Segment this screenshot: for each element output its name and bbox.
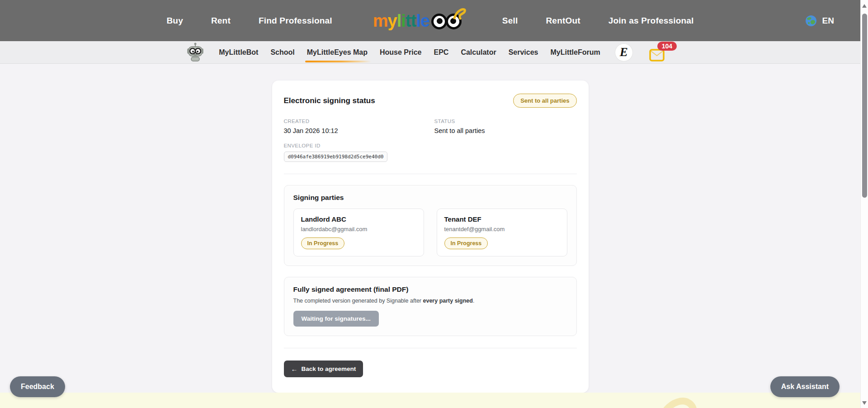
status-badge: Sent to all parties bbox=[513, 94, 576, 108]
logo-letter: t bbox=[410, 12, 416, 29]
envelope-id-label: ENVELOPE ID bbox=[284, 143, 577, 148]
signing-status-card: Electronic signing status Sent to all pa… bbox=[272, 81, 589, 393]
language-switcher[interactable]: EN bbox=[805, 15, 834, 27]
nav-link-find-professional[interactable]: Find Professional bbox=[259, 16, 332, 26]
signing-parties-section: Signing parties Landlord ABC landlordabc… bbox=[284, 185, 577, 266]
top-nav: Buy Rent Find Professional m y l i t t l… bbox=[166, 12, 693, 29]
watermark-swirl-icon bbox=[652, 396, 702, 408]
envelope-id-field: ENVELOPE ID d0946afe386919eb9198d2d5ce9e… bbox=[284, 143, 577, 162]
tab-house-price[interactable]: House Price bbox=[380, 42, 421, 63]
main-content: Electronic signing status Sent to all pa… bbox=[0, 64, 860, 393]
party-card-tenant: Tenant DEF tenantdef@ggmail.com In Progr… bbox=[437, 209, 567, 256]
divider bbox=[284, 348, 577, 348]
logo-letter: i bbox=[401, 12, 406, 29]
divider bbox=[284, 174, 577, 174]
envelope-id-value[interactable]: d0946afe386919eb9198d2d5ce9e40d0 bbox=[284, 152, 388, 162]
tab-mylittleeyes-map[interactable]: MyLittleEyes Map bbox=[307, 42, 368, 63]
party-name: Tenant DEF bbox=[444, 215, 560, 223]
monogram-avatar[interactable]: E bbox=[615, 44, 632, 61]
sub-nav: MyLittleBot School MyLittleEyes Map Hous… bbox=[0, 41, 860, 64]
mylittle-logo[interactable]: m y l i t t l e bbox=[373, 12, 462, 29]
created-label: CREATED bbox=[284, 119, 434, 124]
nav-link-rent[interactable]: Rent bbox=[211, 16, 231, 26]
party-email: tenantdef@ggmail.com bbox=[444, 226, 560, 232]
status-field: STATUS Sent to all parties bbox=[434, 119, 577, 134]
party-email: landlordabc@ggmail.com bbox=[301, 226, 416, 232]
final-pdf-description: The completed version generated by Signa… bbox=[293, 298, 567, 304]
messages-button[interactable]: 104 bbox=[649, 43, 675, 62]
page: Buy Rent Find Professional m y l i t t l… bbox=[0, 0, 868, 408]
status-value: Sent to all parties bbox=[434, 127, 577, 134]
page-title: Electronic signing status bbox=[284, 96, 375, 105]
tab-calculator[interactable]: Calculator bbox=[461, 42, 496, 63]
description-period: . bbox=[473, 298, 474, 304]
googly-eyes-icon bbox=[431, 14, 462, 29]
back-button-label: Back to agreement bbox=[302, 365, 356, 372]
nav-link-join-as-professional[interactable]: Join as Professional bbox=[609, 16, 694, 26]
description-bold: every party signed bbox=[423, 298, 472, 304]
top-header: Buy Rent Find Professional m y l i t t l… bbox=[0, 0, 860, 41]
logo-letter: e bbox=[420, 12, 429, 29]
logo-letter: m bbox=[373, 12, 388, 29]
logo-letter: l bbox=[397, 12, 401, 29]
robot-icon[interactable] bbox=[186, 43, 205, 62]
active-tab-underline bbox=[305, 61, 371, 62]
footer-band bbox=[0, 393, 860, 408]
status-label: STATUS bbox=[434, 119, 577, 124]
globe-icon bbox=[805, 15, 817, 27]
nav-link-buy[interactable]: Buy bbox=[166, 16, 183, 26]
back-to-agreement-button[interactable]: ← Back to agreement bbox=[284, 361, 363, 377]
scroll-up-arrow[interactable] bbox=[862, 4, 867, 8]
tab-mylittlebot[interactable]: MyLittleBot bbox=[219, 42, 258, 63]
logo-letter: y bbox=[388, 12, 397, 29]
vertical-scrollbar[interactable] bbox=[860, 0, 868, 408]
scroll-area: Buy Rent Find Professional m y l i t t l… bbox=[0, 0, 860, 408]
feedback-button[interactable]: Feedback bbox=[10, 376, 65, 397]
tab-mylittleforum[interactable]: MyLittleForum bbox=[550, 42, 600, 63]
party-name: Landlord ABC bbox=[301, 215, 416, 223]
logo-letter: t bbox=[406, 12, 411, 29]
logo-letter: l bbox=[416, 12, 420, 29]
final-pdf-section: Fully signed agreement (final PDF) The c… bbox=[284, 277, 577, 336]
waiting-for-signatures-button[interactable]: Waiting for signatures... bbox=[293, 311, 379, 327]
nav-link-sell[interactable]: Sell bbox=[502, 16, 518, 26]
nav-link-rentout[interactable]: RentOut bbox=[546, 16, 580, 26]
ask-assistant-button[interactable]: Ask Assistant bbox=[770, 376, 840, 397]
tab-services[interactable]: Services bbox=[509, 42, 538, 63]
signing-parties-heading: Signing parties bbox=[293, 194, 567, 202]
tab-label: MyLittleEyes Map bbox=[307, 48, 368, 56]
tab-school[interactable]: School bbox=[270, 42, 294, 63]
created-value: 30 Jan 2026 10:12 bbox=[284, 127, 434, 134]
created-field: CREATED 30 Jan 2026 10:12 bbox=[284, 119, 434, 134]
scroll-down-arrow[interactable] bbox=[862, 401, 867, 405]
tab-epc[interactable]: EPC bbox=[434, 42, 448, 63]
language-label[interactable]: EN bbox=[822, 16, 834, 26]
final-pdf-heading: Fully signed agreement (final PDF) bbox=[293, 285, 567, 294]
party-status-badge: In Progress bbox=[444, 237, 488, 249]
notification-badge: 104 bbox=[657, 42, 677, 51]
description-text: The completed version generated by Signa… bbox=[293, 298, 423, 304]
party-status-badge: In Progress bbox=[301, 237, 345, 249]
scrollbar-thumb[interactable] bbox=[862, 14, 867, 198]
gold-swirl-icon bbox=[453, 6, 468, 20]
back-arrow-icon: ← bbox=[291, 365, 298, 372]
party-card-landlord: Landlord ABC landlordabc@ggmail.com In P… bbox=[293, 209, 424, 256]
